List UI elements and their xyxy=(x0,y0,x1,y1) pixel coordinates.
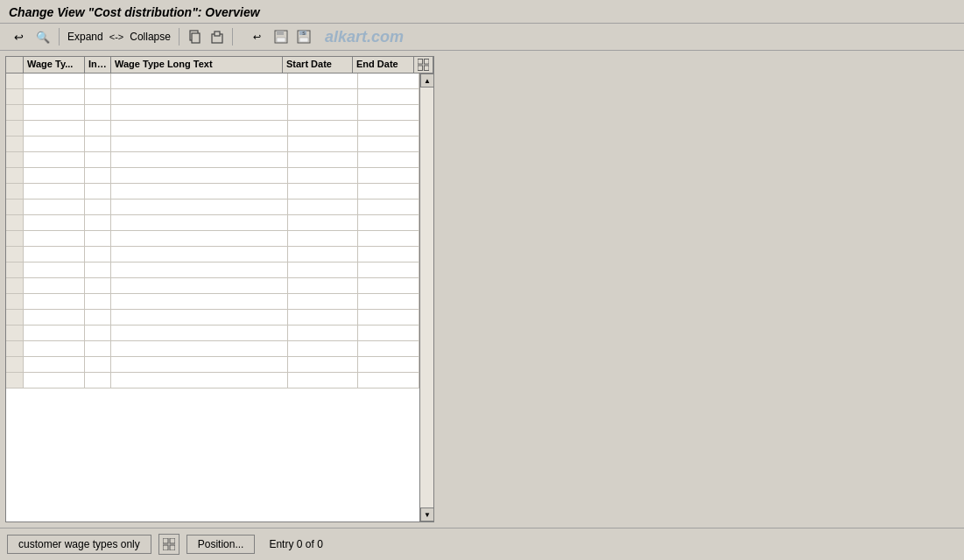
collapse-button[interactable]: Collapse xyxy=(126,29,174,45)
row-selector[interactable] xyxy=(6,357,24,372)
table-row[interactable] xyxy=(6,200,419,215)
cell-long-text[interactable] xyxy=(111,341,288,356)
cell-long-text[interactable] xyxy=(111,152,288,167)
expand-button[interactable]: Expand xyxy=(64,29,107,45)
table-row[interactable] xyxy=(6,278,419,294)
cell-long-text[interactable] xyxy=(111,357,288,372)
cell-end-date[interactable] xyxy=(358,215,419,230)
cell-inf[interactable] xyxy=(85,200,111,214)
cell-inf[interactable] xyxy=(85,152,111,167)
cell-wage-ty[interactable] xyxy=(24,357,85,372)
cell-inf[interactable] xyxy=(85,215,111,230)
row-selector[interactable] xyxy=(6,89,24,104)
cell-long-text[interactable] xyxy=(111,294,288,309)
cell-start-date[interactable] xyxy=(288,341,358,356)
col-header-grid-icon[interactable] xyxy=(414,57,433,73)
cell-start-date[interactable] xyxy=(288,89,358,104)
row-selector[interactable] xyxy=(6,200,24,214)
cell-inf[interactable] xyxy=(85,357,111,372)
cell-start-date[interactable] xyxy=(288,215,358,230)
row-selector[interactable] xyxy=(6,231,24,246)
cell-inf[interactable] xyxy=(85,310,111,325)
cell-end-date[interactable] xyxy=(358,294,419,309)
cell-start-date[interactable] xyxy=(288,200,358,214)
table-row[interactable] xyxy=(6,168,419,184)
cell-wage-ty[interactable] xyxy=(24,184,85,199)
row-selector[interactable] xyxy=(6,152,24,167)
save-local-button[interactable]: S xyxy=(293,28,314,46)
cell-end-date[interactable] xyxy=(358,278,419,293)
cell-end-date[interactable] xyxy=(358,121,419,136)
cell-long-text[interactable] xyxy=(111,74,288,88)
find-button[interactable]: 🔍 xyxy=(32,27,54,46)
cell-inf[interactable] xyxy=(85,184,111,199)
cell-inf[interactable] xyxy=(85,168,111,183)
cell-wage-ty[interactable] xyxy=(24,89,85,104)
cell-long-text[interactable] xyxy=(111,326,288,340)
delimit-button[interactable] xyxy=(237,35,244,38)
cell-end-date[interactable] xyxy=(358,136,419,151)
row-selector[interactable] xyxy=(6,136,24,151)
cell-inf[interactable] xyxy=(85,89,111,104)
table-row[interactable] xyxy=(6,136,419,152)
cell-end-date[interactable] xyxy=(358,231,419,246)
cell-long-text[interactable] xyxy=(111,200,288,214)
copy-button[interactable] xyxy=(184,28,205,46)
cell-start-date[interactable] xyxy=(288,294,358,309)
cell-long-text[interactable] xyxy=(111,168,288,183)
vertical-scrollbar[interactable]: ▲ ▼ xyxy=(419,74,433,522)
cell-start-date[interactable] xyxy=(288,357,358,372)
save-button[interactable] xyxy=(271,28,292,46)
cell-long-text[interactable] xyxy=(111,373,288,388)
row-selector[interactable] xyxy=(6,105,24,120)
cell-wage-ty[interactable] xyxy=(24,278,85,293)
cell-long-text[interactable] xyxy=(111,278,288,293)
table-row[interactable] xyxy=(6,294,419,310)
row-selector[interactable] xyxy=(6,184,24,199)
cell-wage-ty[interactable] xyxy=(24,74,85,88)
cell-start-date[interactable] xyxy=(288,262,358,277)
table-row[interactable] xyxy=(6,184,419,200)
cell-start-date[interactable] xyxy=(288,105,358,120)
cell-long-text[interactable] xyxy=(111,231,288,246)
cell-inf[interactable] xyxy=(85,247,111,262)
cell-inf[interactable] xyxy=(85,231,111,246)
cell-long-text[interactable] xyxy=(111,215,288,230)
cell-long-text[interactable] xyxy=(111,89,288,104)
row-selector[interactable] xyxy=(6,168,24,183)
cell-start-date[interactable] xyxy=(288,247,358,262)
table-row[interactable] xyxy=(6,74,419,89)
table-row[interactable] xyxy=(6,341,419,357)
cell-end-date[interactable] xyxy=(358,168,419,183)
cell-wage-ty[interactable] xyxy=(24,294,85,309)
cell-end-date[interactable] xyxy=(358,74,419,88)
cell-wage-ty[interactable] xyxy=(24,152,85,167)
cell-inf[interactable] xyxy=(85,294,111,309)
table-row[interactable] xyxy=(6,373,419,388)
table-row[interactable] xyxy=(6,152,419,168)
cell-start-date[interactable] xyxy=(288,152,358,167)
cell-long-text[interactable] xyxy=(111,247,288,262)
cell-inf[interactable] xyxy=(85,262,111,277)
cell-wage-ty[interactable] xyxy=(24,136,85,151)
table-row[interactable] xyxy=(6,89,419,105)
table-row[interactable] xyxy=(6,231,419,247)
cell-wage-ty[interactable] xyxy=(24,168,85,183)
row-selector[interactable] xyxy=(6,121,24,136)
row-selector[interactable] xyxy=(6,74,24,88)
cell-wage-ty[interactable] xyxy=(24,326,85,340)
cell-long-text[interactable] xyxy=(111,184,288,199)
table-row[interactable] xyxy=(6,215,419,231)
cell-start-date[interactable] xyxy=(288,184,358,199)
scroll-down-button[interactable]: ▼ xyxy=(420,508,433,522)
row-selector[interactable] xyxy=(6,262,24,277)
cell-start-date[interactable] xyxy=(288,326,358,340)
cell-end-date[interactable] xyxy=(358,184,419,199)
row-selector[interactable] xyxy=(6,294,24,309)
cell-wage-ty[interactable] xyxy=(24,200,85,214)
cell-inf[interactable] xyxy=(85,105,111,120)
cell-wage-ty[interactable] xyxy=(24,247,85,262)
cell-wage-ty[interactable] xyxy=(24,215,85,230)
position-icon-button[interactable] xyxy=(158,534,179,555)
row-selector[interactable] xyxy=(6,373,24,388)
